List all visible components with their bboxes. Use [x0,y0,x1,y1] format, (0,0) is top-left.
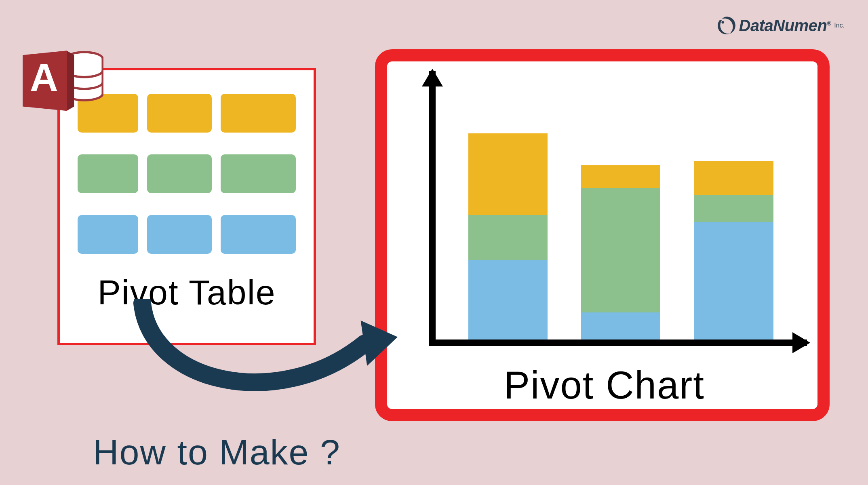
brand-suffix: Numen [773,17,827,34]
pivot-table-cell [78,154,138,193]
pivot-table-cell [147,154,212,193]
chart-bar-segment-blue [694,222,773,340]
x-axis-arrow-icon [792,332,810,353]
logo-swirl-icon [716,15,737,36]
chart-bar-segment-blue [468,260,548,340]
chart-bar-segment-green [694,195,773,222]
chart-bar-segment-yellow [468,133,548,215]
caption-text: How to Make ? [93,432,341,473]
chart-bar-segment-yellow [581,165,660,188]
flow-arrow-icon [126,299,401,428]
pivot-table-cell [221,154,296,193]
chart-bar [694,161,773,340]
chart-bars [454,81,788,340]
brand-logo: DataNumen® Inc. [716,15,845,36]
chart-bar [468,133,548,340]
brand-text: DataNumen® [739,17,831,35]
pivot-table-cell [147,94,212,133]
x-axis-line [429,340,807,346]
chart-bar [581,165,660,340]
pivot-chart-panel: Pivot Chart [375,49,830,421]
pivot-table-cell [78,215,138,254]
chart-plot-area [405,71,804,359]
access-letter: A [30,56,58,99]
y-axis-line [429,71,436,346]
chart-bar-segment-blue [581,312,660,340]
pivot-table-cell [221,94,296,133]
brand-prefix: Data [739,17,773,34]
chart-bar-segment-yellow [694,161,773,195]
pivot-table-row-3 [78,215,296,254]
pivot-chart-label: Pivot Chart [405,363,804,407]
svg-marker-3 [67,51,74,111]
brand-registered: ® [827,20,831,26]
pivot-table-row-1 [78,94,296,133]
brand-inc: Inc. [834,22,845,29]
pivot-table-cell [147,215,212,254]
ms-access-icon: A [23,48,103,118]
y-axis-arrow-icon [422,69,443,86]
chart-bar-segment-green [581,188,660,312]
pivot-table-cell [221,215,296,254]
pivot-table-row-2 [78,154,296,193]
svg-point-0 [721,21,724,23]
chart-bar-segment-green [468,215,548,260]
